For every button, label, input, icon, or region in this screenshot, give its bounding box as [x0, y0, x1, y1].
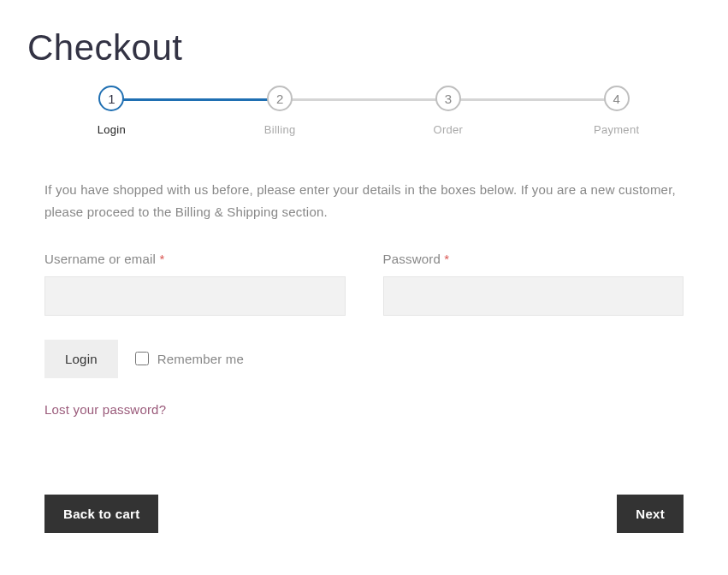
username-label-text: Username or email [44, 252, 159, 266]
step-label-billing: Billing [264, 123, 296, 136]
remember-me-wrap: Remember me [135, 352, 244, 366]
username-label: Username or email * [44, 252, 346, 266]
step-line-3 [448, 98, 617, 101]
password-label: Password * [383, 252, 684, 266]
step-label-login: Login [98, 123, 126, 136]
password-group: Password * [383, 252, 684, 316]
step-label-order: Order [434, 123, 464, 136]
lost-password-link[interactable]: Lost your password? [44, 402, 166, 417]
page-title: Checkout [27, 27, 701, 68]
step-order[interactable]: 3 Order [364, 86, 533, 136]
step-circle-1: 1 [98, 86, 124, 111]
step-circle-3: 3 [435, 86, 461, 111]
step-line-2 [280, 98, 448, 101]
step-label-payment: Payment [594, 123, 639, 136]
remember-me-checkbox[interactable] [135, 352, 149, 365]
username-input[interactable] [44, 276, 346, 316]
remember-me-label: Remember me [157, 352, 244, 366]
step-login[interactable]: 1 Login [27, 86, 196, 136]
login-button[interactable]: Login [44, 340, 118, 378]
next-button[interactable]: Next [617, 495, 684, 533]
password-input[interactable] [383, 276, 684, 316]
password-label-text: Password [383, 252, 445, 266]
step-line-1 [111, 98, 280, 101]
required-mark: * [444, 252, 449, 266]
step-circle-4: 4 [604, 86, 630, 111]
step-payment[interactable]: 4 Payment [532, 86, 701, 136]
step-billing[interactable]: 2 Billing [196, 86, 364, 136]
back-to-cart-button[interactable]: Back to cart [44, 495, 158, 533]
intro-text: If you have shopped with us before, plea… [44, 179, 684, 224]
checkout-stepper: 1 Login 2 Billing 3 Order 4 Payment [27, 86, 701, 136]
step-circle-2: 2 [267, 86, 293, 111]
username-group: Username or email * [44, 252, 346, 316]
required-mark: * [159, 252, 164, 266]
